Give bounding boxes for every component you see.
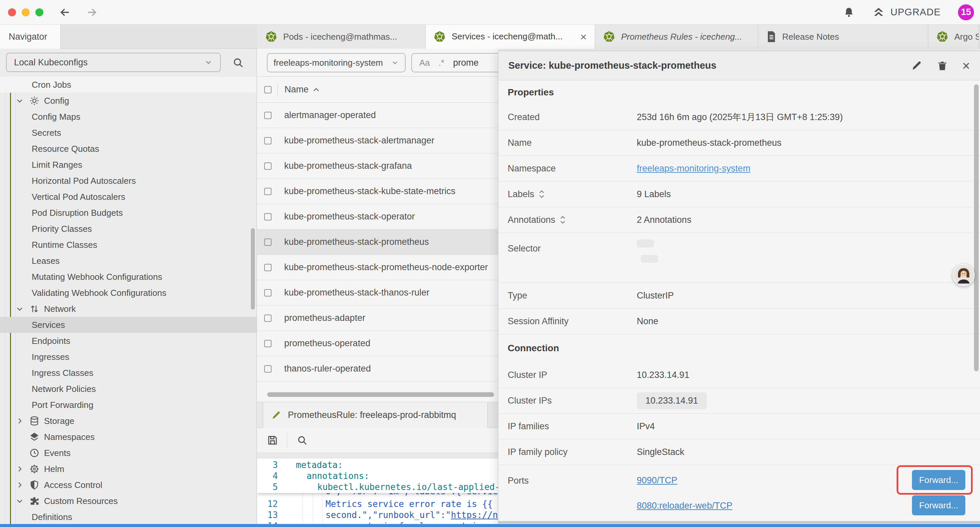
sidebar-tree-item[interactable]: Horizontal Pod Autoscalers	[0, 173, 256, 189]
content-tab[interactable]: Pods - icecheng@mathmas... ×	[257, 25, 426, 49]
table-row[interactable]: kube-prometheus-stack-grafana	[257, 153, 498, 179]
horizontal-scrollbar-thumb[interactable]	[267, 392, 494, 397]
sidebar-scrollbar-thumb[interactable]	[251, 228, 255, 309]
edit-pencil-icon[interactable]	[911, 60, 922, 72]
sidebar-tree-item[interactable]: Storage	[0, 413, 256, 429]
regex-icon[interactable]: .*	[439, 58, 444, 68]
user-avatar[interactable]	[953, 264, 975, 286]
chevron-down-icon[interactable]	[16, 497, 24, 505]
sidebar-tree-item[interactable]: Config Maps	[0, 109, 256, 125]
row-checkbox[interactable]	[264, 239, 272, 246]
yaml-editor[interactable]: 3 metadata: 4 annotations: 5 kubectl.kub…	[257, 459, 498, 527]
code-line[interactable]: 0", "for": "1m", labels :{ service" : "	[257, 493, 498, 498]
code-line[interactable]: 13 second.","runbook_url":"https://netd	[257, 509, 498, 520]
row-checkbox[interactable]	[264, 365, 272, 373]
save-icon[interactable]	[267, 435, 278, 446]
table-row[interactable]: alertmanager-operated	[257, 103, 498, 128]
sidebar-tree-item[interactable]: Access Control	[0, 477, 256, 493]
filter-input[interactable]: Aa .* prome	[411, 53, 498, 72]
sidebar-tree-item[interactable]: Endpoints	[0, 333, 256, 349]
match-case-icon[interactable]: Aa	[419, 58, 430, 68]
code-line[interactable]: 5 kubectl.kubernetes.io/last-applied-con…	[257, 481, 498, 492]
sidebar-tree-item[interactable]: Port Forwarding	[0, 397, 256, 413]
code-segment[interactable]: https://netd	[451, 510, 498, 520]
sidebar-tree-item[interactable]: Events	[0, 445, 256, 461]
port-link[interactable]: 9090/TCP	[637, 475, 678, 486]
namespace-selector[interactable]: freeleaps-monitoring-system	[267, 53, 406, 72]
table-row[interactable]: kube-prometheus-stack-thanos-ruler	[257, 280, 498, 306]
table-row[interactable]: kube-prometheus-stack-operator	[257, 204, 498, 229]
table-row[interactable]: kube-prometheus-stack-prometheus	[257, 229, 498, 255]
row-checkbox[interactable]	[264, 162, 272, 170]
navigator-panel-tab[interactable]: Navigator	[0, 25, 61, 49]
row-checkbox[interactable]	[264, 213, 272, 220]
row-checkbox[interactable]	[264, 340, 272, 347]
chevron-right-icon[interactable]	[16, 417, 24, 425]
close-window-button[interactable]	[8, 8, 16, 16]
row-checkbox[interactable]	[264, 264, 272, 271]
upgrade-button[interactable]: UPGRADE	[872, 6, 941, 18]
sidebar-tree-item[interactable]: Definitions	[0, 509, 256, 525]
sidebar-tree-item[interactable]: Vertical Pod Autoscalers	[0, 189, 256, 205]
forward-button[interactable]: Forward...	[912, 470, 965, 490]
select-all-checkbox[interactable]	[264, 86, 272, 93]
table-row[interactable]: kube-prometheus-stack-alertmanager	[257, 128, 498, 153]
table-row[interactable]: thanos-ruler-operated	[257, 356, 498, 382]
sidebar-tree-item[interactable]: Namespaces	[0, 429, 256, 445]
forward-arrow-icon[interactable]	[85, 7, 98, 18]
zoom-window-button[interactable]	[35, 8, 43, 16]
sidebar-tree-item[interactable]: Network Policies	[0, 381, 256, 397]
chevron-down-icon[interactable]	[16, 305, 24, 313]
table-row[interactable]: kube-prometheus-stack-kube-state-metrics	[257, 179, 498, 204]
search-icon[interactable]	[232, 57, 244, 68]
sidebar-tree-item[interactable]: Mutating Webhook Configurations	[0, 269, 256, 285]
content-tab[interactable]: Prometheus Rules - icecheng... ×	[595, 25, 758, 49]
notifications-bell-icon[interactable]	[843, 6, 854, 19]
sidebar-tree-item[interactable]: Runtime Classes	[0, 237, 256, 253]
sidebar-tree-item[interactable]: Services	[0, 317, 256, 333]
back-arrow-icon[interactable]	[59, 7, 72, 18]
row-checkbox[interactable]	[264, 315, 272, 322]
sort-toggle-icon[interactable]	[538, 189, 545, 199]
table-row[interactable]: prometheus-adapter	[257, 306, 498, 331]
editor-tab[interactable]: PrometheusRule: freeleaps-prod-rabbitmq	[263, 402, 488, 428]
sidebar-tree-item[interactable]: Ingress Classes	[0, 365, 256, 381]
sidebar-tree-item[interactable]: Helm	[0, 461, 256, 477]
sidebar-tree-item[interactable]: Ingresses	[0, 349, 256, 365]
code-line[interactable]: 4 annotations:	[257, 470, 498, 481]
sidebar-tree-item[interactable]: Cron Jobs	[0, 77, 256, 93]
sort-toggle-icon[interactable]	[559, 215, 566, 225]
code-line[interactable]: 12 Metrics service error rate is {{ $va	[257, 498, 498, 509]
editor-tab-partial[interactable]	[488, 402, 498, 428]
detail-scrollbar-thumb[interactable]	[974, 84, 978, 371]
chevron-right-icon[interactable]	[16, 465, 24, 473]
sidebar-tree-item[interactable]: Network	[0, 301, 256, 317]
content-tab[interactable]: Release Notes ×	[758, 25, 928, 49]
notification-count-badge[interactable]: 15	[958, 4, 974, 20]
minimize-window-button[interactable]	[22, 8, 30, 16]
sidebar-tree-item[interactable]: Leases	[0, 253, 256, 269]
close-tab-icon[interactable]: ×	[580, 31, 587, 42]
sidebar-tree-item[interactable]: Secrets	[0, 125, 256, 141]
name-column-header[interactable]: Name	[285, 84, 320, 95]
chevron-down-icon[interactable]	[16, 97, 24, 105]
delete-trash-icon[interactable]	[937, 60, 948, 72]
row-checkbox[interactable]	[264, 137, 272, 145]
row-checkbox[interactable]	[264, 188, 272, 195]
table-row[interactable]: kube-prometheus-stack-prometheus-node-ex…	[257, 255, 498, 280]
sidebar-tree-item[interactable]: Pod Disruption Budgets	[0, 205, 256, 221]
forward-button[interactable]: Forward...	[912, 495, 965, 515]
code-line[interactable]: 3 metadata:	[257, 459, 498, 470]
close-panel-icon[interactable]: ×	[963, 59, 970, 72]
sidebar-tree-item[interactable]: Custom Resources	[0, 493, 256, 509]
sidebar-tree-item[interactable]: Config	[0, 93, 256, 109]
row-checkbox[interactable]	[264, 112, 272, 119]
port-link[interactable]: 8080:reloader-web/TCP	[637, 501, 732, 511]
table-row[interactable]: prometheus-operated	[257, 331, 498, 356]
sidebar-tree-item[interactable]: Limit Ranges	[0, 157, 256, 173]
chevron-right-icon[interactable]	[16, 481, 24, 489]
sidebar-tree-item[interactable]: Validating Webhook Configurations	[0, 285, 256, 301]
editor-search-icon[interactable]	[297, 435, 307, 446]
sidebar-tree-item[interactable]: Priority Classes	[0, 221, 256, 237]
kubeconfig-selector[interactable]: Local Kubeconfigs	[6, 53, 221, 72]
